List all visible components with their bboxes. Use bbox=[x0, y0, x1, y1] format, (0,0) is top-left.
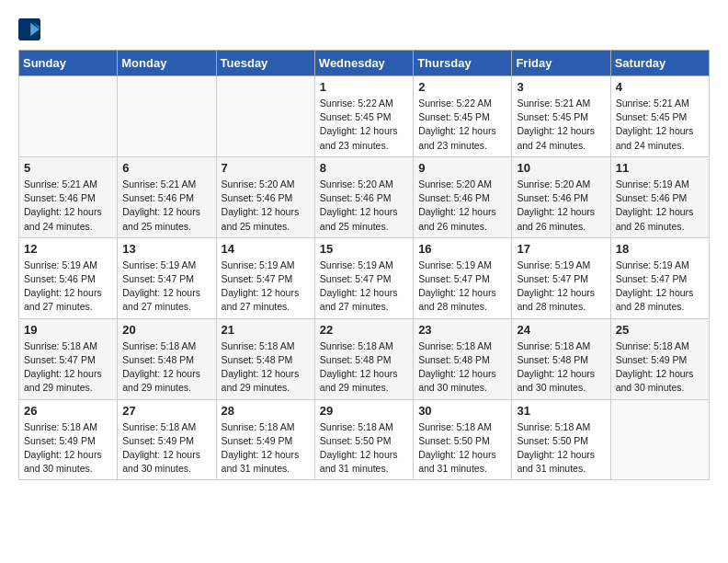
day-info: Sunrise: 5:18 AM Sunset: 5:48 PM Dayligh… bbox=[222, 339, 310, 396]
day-number: 3 bbox=[517, 80, 605, 94]
day-info: Sunrise: 5:18 AM Sunset: 5:48 PM Dayligh… bbox=[122, 339, 210, 396]
calendar-cell: 12Sunrise: 5:19 AM Sunset: 5:46 PM Dayli… bbox=[19, 237, 118, 318]
day-number: 26 bbox=[24, 404, 112, 418]
day-number: 20 bbox=[122, 323, 210, 337]
day-number: 12 bbox=[24, 242, 112, 256]
weekday-header-thursday: Thursday bbox=[414, 51, 512, 76]
day-info: Sunrise: 5:18 AM Sunset: 5:47 PM Dayligh… bbox=[24, 339, 112, 396]
day-number: 2 bbox=[418, 80, 506, 94]
calendar-cell: 22Sunrise: 5:18 AM Sunset: 5:48 PM Dayli… bbox=[314, 318, 413, 399]
calendar-cell: 1Sunrise: 5:22 AM Sunset: 5:45 PM Daylig… bbox=[314, 76, 413, 157]
weekday-header-saturday: Saturday bbox=[610, 51, 709, 76]
day-info: Sunrise: 5:19 AM Sunset: 5:47 PM Dayligh… bbox=[320, 259, 408, 315]
day-info: Sunrise: 5:22 AM Sunset: 5:45 PM Dayligh… bbox=[418, 97, 506, 153]
day-number: 15 bbox=[320, 242, 408, 256]
weekday-header-monday: Monday bbox=[118, 51, 216, 76]
day-info: Sunrise: 5:21 AM Sunset: 5:45 PM Dayligh… bbox=[616, 97, 704, 153]
day-number: 1 bbox=[320, 80, 408, 94]
day-info: Sunrise: 5:21 AM Sunset: 5:46 PM Dayligh… bbox=[24, 178, 112, 234]
day-number: 27 bbox=[122, 404, 210, 418]
calendar-cell: 26Sunrise: 5:18 AM Sunset: 5:49 PM Dayli… bbox=[19, 399, 118, 480]
calendar-cell: 21Sunrise: 5:18 AM Sunset: 5:48 PM Dayli… bbox=[216, 318, 314, 399]
calendar-cell: 15Sunrise: 5:19 AM Sunset: 5:47 PM Dayli… bbox=[314, 237, 413, 318]
day-number: 5 bbox=[24, 161, 112, 175]
day-number: 30 bbox=[418, 404, 506, 418]
day-number: 13 bbox=[122, 242, 210, 256]
calendar-cell: 6Sunrise: 5:21 AM Sunset: 5:46 PM Daylig… bbox=[118, 156, 216, 237]
calendar-cell bbox=[216, 76, 314, 157]
day-number: 10 bbox=[517, 161, 605, 175]
day-info: Sunrise: 5:19 AM Sunset: 5:46 PM Dayligh… bbox=[616, 178, 704, 234]
calendar-cell: 5Sunrise: 5:21 AM Sunset: 5:46 PM Daylig… bbox=[19, 156, 118, 237]
calendar-cell: 19Sunrise: 5:18 AM Sunset: 5:47 PM Dayli… bbox=[19, 318, 118, 399]
calendar-week-5: 26Sunrise: 5:18 AM Sunset: 5:49 PM Dayli… bbox=[19, 399, 710, 480]
weekday-header-friday: Friday bbox=[512, 51, 610, 76]
day-number: 25 bbox=[616, 323, 704, 337]
day-info: Sunrise: 5:20 AM Sunset: 5:46 PM Dayligh… bbox=[222, 178, 310, 234]
calendar-cell: 16Sunrise: 5:19 AM Sunset: 5:47 PM Dayli… bbox=[414, 237, 512, 318]
day-info: Sunrise: 5:18 AM Sunset: 5:48 PM Dayligh… bbox=[418, 339, 506, 396]
day-number: 11 bbox=[616, 161, 704, 175]
day-info: Sunrise: 5:19 AM Sunset: 5:47 PM Dayligh… bbox=[222, 259, 310, 315]
day-number: 8 bbox=[320, 161, 408, 175]
logo-icon bbox=[18, 18, 40, 40]
calendar-cell: 8Sunrise: 5:20 AM Sunset: 5:46 PM Daylig… bbox=[314, 156, 413, 237]
calendar-week-1: 1Sunrise: 5:22 AM Sunset: 5:45 PM Daylig… bbox=[19, 76, 710, 157]
weekday-header-sunday: Sunday bbox=[19, 51, 118, 76]
day-number: 16 bbox=[418, 242, 506, 256]
weekday-header-wednesday: Wednesday bbox=[314, 51, 413, 76]
calendar-cell bbox=[610, 399, 709, 480]
calendar-table: SundayMondayTuesdayWednesdayThursdayFrid… bbox=[18, 50, 710, 480]
day-info: Sunrise: 5:20 AM Sunset: 5:46 PM Dayligh… bbox=[517, 178, 605, 234]
calendar-cell: 11Sunrise: 5:19 AM Sunset: 5:46 PM Dayli… bbox=[610, 156, 709, 237]
calendar-cell: 17Sunrise: 5:19 AM Sunset: 5:47 PM Dayli… bbox=[512, 237, 610, 318]
calendar-cell: 28Sunrise: 5:18 AM Sunset: 5:49 PM Dayli… bbox=[216, 399, 314, 480]
calendar-cell: 14Sunrise: 5:19 AM Sunset: 5:47 PM Dayli… bbox=[216, 237, 314, 318]
calendar-cell bbox=[19, 76, 118, 157]
calendar-cell: 18Sunrise: 5:19 AM Sunset: 5:47 PM Dayli… bbox=[610, 237, 709, 318]
calendar-cell: 7Sunrise: 5:20 AM Sunset: 5:46 PM Daylig… bbox=[216, 156, 314, 237]
day-number: 24 bbox=[517, 323, 605, 337]
calendar-cell: 23Sunrise: 5:18 AM Sunset: 5:48 PM Dayli… bbox=[414, 318, 512, 399]
day-info: Sunrise: 5:18 AM Sunset: 5:50 PM Dayligh… bbox=[320, 420, 408, 477]
calendar-cell: 4Sunrise: 5:21 AM Sunset: 5:45 PM Daylig… bbox=[610, 76, 709, 157]
day-number: 23 bbox=[418, 323, 506, 337]
day-number: 22 bbox=[320, 323, 408, 337]
calendar-cell bbox=[118, 76, 216, 157]
calendar-cell: 29Sunrise: 5:18 AM Sunset: 5:50 PM Dayli… bbox=[314, 399, 413, 480]
day-info: Sunrise: 5:21 AM Sunset: 5:46 PM Dayligh… bbox=[122, 178, 210, 234]
calendar-cell: 30Sunrise: 5:18 AM Sunset: 5:50 PM Dayli… bbox=[414, 399, 512, 480]
day-number: 14 bbox=[222, 242, 310, 256]
calendar-cell: 20Sunrise: 5:18 AM Sunset: 5:48 PM Dayli… bbox=[118, 318, 216, 399]
calendar-cell: 25Sunrise: 5:18 AM Sunset: 5:49 PM Dayli… bbox=[610, 318, 709, 399]
calendar-cell: 10Sunrise: 5:20 AM Sunset: 5:46 PM Dayli… bbox=[512, 156, 610, 237]
day-number: 9 bbox=[418, 161, 506, 175]
logo bbox=[18, 18, 42, 40]
day-info: Sunrise: 5:18 AM Sunset: 5:49 PM Dayligh… bbox=[222, 420, 310, 477]
day-info: Sunrise: 5:19 AM Sunset: 5:47 PM Dayligh… bbox=[616, 259, 704, 315]
day-info: Sunrise: 5:18 AM Sunset: 5:49 PM Dayligh… bbox=[24, 420, 112, 477]
calendar-cell: 3Sunrise: 5:21 AM Sunset: 5:45 PM Daylig… bbox=[512, 76, 610, 157]
day-info: Sunrise: 5:18 AM Sunset: 5:50 PM Dayligh… bbox=[418, 420, 506, 477]
calendar-cell: 13Sunrise: 5:19 AM Sunset: 5:47 PM Dayli… bbox=[118, 237, 216, 318]
day-number: 29 bbox=[320, 404, 408, 418]
calendar-cell: 27Sunrise: 5:18 AM Sunset: 5:49 PM Dayli… bbox=[118, 399, 216, 480]
day-number: 6 bbox=[122, 161, 210, 175]
weekday-header-tuesday: Tuesday bbox=[216, 51, 314, 76]
day-number: 17 bbox=[517, 242, 605, 256]
day-info: Sunrise: 5:20 AM Sunset: 5:46 PM Dayligh… bbox=[320, 178, 408, 234]
day-info: Sunrise: 5:18 AM Sunset: 5:48 PM Dayligh… bbox=[320, 339, 408, 396]
calendar-week-4: 19Sunrise: 5:18 AM Sunset: 5:47 PM Dayli… bbox=[19, 318, 710, 399]
day-info: Sunrise: 5:21 AM Sunset: 5:45 PM Dayligh… bbox=[517, 97, 605, 153]
day-info: Sunrise: 5:19 AM Sunset: 5:47 PM Dayligh… bbox=[122, 259, 210, 315]
day-info: Sunrise: 5:18 AM Sunset: 5:50 PM Dayligh… bbox=[517, 420, 605, 477]
day-number: 28 bbox=[222, 404, 310, 418]
day-number: 21 bbox=[222, 323, 310, 337]
calendar-cell: 9Sunrise: 5:20 AM Sunset: 5:46 PM Daylig… bbox=[414, 156, 512, 237]
calendar-week-2: 5Sunrise: 5:21 AM Sunset: 5:46 PM Daylig… bbox=[19, 156, 710, 237]
day-number: 4 bbox=[616, 80, 704, 94]
day-info: Sunrise: 5:22 AM Sunset: 5:45 PM Dayligh… bbox=[320, 97, 408, 153]
day-number: 19 bbox=[24, 323, 112, 337]
page-header bbox=[18, 18, 710, 40]
calendar-cell: 2Sunrise: 5:22 AM Sunset: 5:45 PM Daylig… bbox=[414, 76, 512, 157]
